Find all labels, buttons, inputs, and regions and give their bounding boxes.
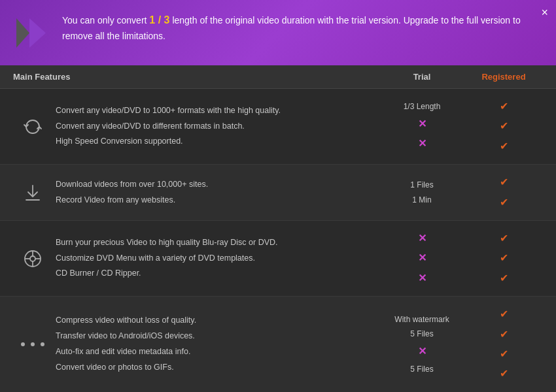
- reg-val: ✔: [500, 248, 508, 268]
- feature-item: High Speed Conversion supported.: [56, 134, 379, 150]
- trial-val: With watermark: [394, 312, 449, 327]
- reg-val: ✔: [500, 229, 508, 248]
- feature-section-download: Download videos from over 10,000+ sites.…: [0, 165, 556, 221]
- reg-val: ✔: [500, 137, 508, 156]
- feature-item: Convert video or photos to GIFs.: [56, 360, 379, 376]
- trial-val-cross: ✕: [418, 342, 426, 361]
- burn-trial-values: ✕ ✕ ✕: [379, 229, 464, 288]
- table-header: Main Features Trial Registered: [0, 65, 556, 89]
- reg-val: ✔: [500, 304, 508, 324]
- col-trial-label: Trial: [379, 72, 464, 82]
- svg-point-10: [21, 342, 25, 346]
- trial-val-cross: ✕: [418, 229, 426, 248]
- reg-val: ✔: [500, 193, 508, 212]
- close-button[interactable]: ×: [541, 7, 548, 18]
- col-feature-label: Main Features: [13, 72, 379, 82]
- trial-val: 5 Files: [410, 362, 433, 377]
- download-reg-values: ✔ ✔: [464, 172, 543, 212]
- svg-point-5: [30, 256, 35, 261]
- header-message: You can only convert 1 / 3 length of the…: [62, 12, 543, 43]
- feature-item: Customize DVD Menu with a variety of DVD…: [56, 251, 379, 267]
- feature-section-convert: Convert any video/DVD to 1000+ formats w…: [0, 89, 556, 165]
- feature-item: CD Burner / CD Ripper.: [56, 266, 379, 282]
- reg-val: ✔: [500, 344, 508, 364]
- burn-features: Burn your precious Video to high quality…: [52, 235, 379, 282]
- trial-val-cross: ✕: [418, 114, 426, 134]
- trial-val-cross: ✕: [418, 134, 426, 154]
- svg-marker-0: [16, 18, 29, 48]
- col-registered-label: Registered: [464, 72, 543, 82]
- download-icon: [13, 182, 52, 203]
- trial-val: 1/3 Length: [404, 99, 441, 114]
- reg-val: ✔: [500, 364, 508, 384]
- reg-val: ✔: [500, 172, 508, 192]
- more-icon: [13, 340, 52, 348]
- convert-icon: [13, 116, 52, 137]
- more-trial-values: With watermark 5 Files ✕ 5 Files: [379, 312, 464, 377]
- feature-item: Compress video without loss of quality.: [56, 313, 379, 329]
- convert-features: Convert any video/DVD to 1000+ formats w…: [52, 103, 379, 150]
- trial-val: 5 Files: [410, 327, 433, 342]
- main-window: You can only convert 1 / 3 length of the…: [0, 0, 556, 392]
- feature-item: Convert any video/DVD to 1000+ formats w…: [56, 103, 379, 119]
- feature-section-more: Compress video without loss of quality. …: [0, 297, 556, 392]
- feature-item: Auto-fix and edit video metadata info.: [56, 344, 379, 360]
- feature-item: Record Video from any websites.: [56, 193, 379, 208]
- trial-val: 1 Min: [412, 193, 431, 208]
- header-banner: You can only convert 1 / 3 length of the…: [0, 0, 556, 65]
- feature-section-burn: Burn your precious Video to high quality…: [0, 221, 556, 297]
- more-reg-values: ✔ ✔ ✔ ✔: [464, 304, 543, 384]
- header-highlight: 1 / 3: [149, 14, 169, 25]
- reg-val: ✔: [500, 269, 508, 288]
- header-text-before: You can only convert: [62, 15, 147, 25]
- app-logo-icon: [13, 15, 52, 54]
- svg-point-11: [31, 342, 35, 346]
- svg-point-12: [41, 342, 44, 346]
- trial-val-cross: ✕: [418, 248, 426, 268]
- svg-marker-1: [29, 18, 46, 48]
- reg-val: ✔: [500, 116, 508, 136]
- convert-trial-values: 1/3 Length ✕ ✕: [379, 99, 464, 154]
- trial-val-cross: ✕: [418, 269, 426, 288]
- reg-val: ✔: [500, 97, 508, 116]
- feature-item: Burn your precious Video to high quality…: [56, 235, 379, 251]
- feature-item: Convert any video/DVD to different forma…: [56, 119, 379, 135]
- download-trial-values: 1 Files 1 Min: [379, 178, 464, 208]
- reg-val: ✔: [500, 325, 508, 344]
- convert-reg-values: ✔ ✔ ✔: [464, 97, 543, 156]
- feature-item: Transfer video to Android/iOS devices.: [56, 329, 379, 344]
- burn-icon: [13, 248, 52, 269]
- more-features: Compress video without loss of quality. …: [52, 313, 379, 375]
- download-features: Download videos from over 10,000+ sites.…: [52, 177, 379, 208]
- trial-val: 1 Files: [410, 178, 433, 193]
- burn-reg-values: ✔ ✔ ✔: [464, 229, 543, 288]
- feature-item: Download videos from over 10,000+ sites.: [56, 177, 379, 193]
